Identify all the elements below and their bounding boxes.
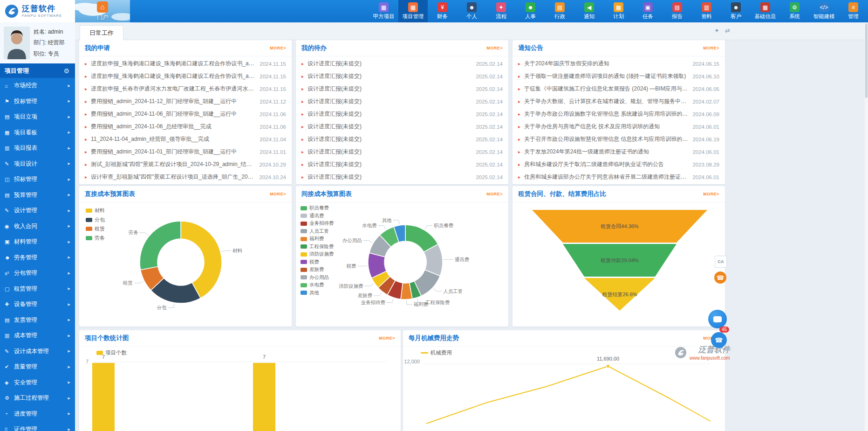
phone-icon[interactable]: ☎ <box>714 271 726 284</box>
nav-item-人事[interactable]: ☻人事 <box>516 0 545 22</box>
sidebar-item-质量管理[interactable]: ✔质量管理▶ <box>0 359 75 375</box>
list-item-link[interactable]: 设计审查_彭祖新城"四馆"景观工程设计项目_请选择_胡广生_2024-10-2.… <box>91 173 254 181</box>
legend-item-职员餐费[interactable]: 职员餐费 <box>301 205 334 211</box>
list-item-link[interactable]: 设计进度汇报(未提交) <box>308 148 471 156</box>
sidebar-item-项目设计[interactable]: ✎项目设计▶ <box>0 156 75 172</box>
bar[interactable] <box>92 363 115 431</box>
nav-item-财务[interactable]: ¥财务 <box>428 0 457 22</box>
contact-button[interactable]: ☎ <box>711 332 727 348</box>
sidebar-item-劳务管理[interactable]: ☻劳务管理▶ <box>0 250 75 266</box>
nav-item-基础信息[interactable]: ▦基础信息 <box>751 0 780 22</box>
more-button[interactable]: MORE> <box>486 46 503 50</box>
legend-item-劳务[interactable]: 劳务 <box>86 235 105 242</box>
vertical-scrollbar[interactable] <box>865 22 868 431</box>
list-item-link[interactable]: 关于举办大数据、云计算技术在城市建设、规划、管理与服务中的应用培训班... <box>524 97 688 105</box>
sidebar-item-进度管理[interactable]: ◔进度管理▶ <box>0 406 75 422</box>
legend-item-通讯费[interactable]: 通讯费 <box>301 213 334 219</box>
nav-item-任务[interactable]: ▣任务 <box>633 0 663 22</box>
nav-item-管理[interactable]: ≡管理 <box>839 0 868 22</box>
logo[interactable]: 泛普软件 FANPU SOFTWARE <box>0 0 75 22</box>
list-item-link[interactable]: 进度款申报_珠海鹤港口建设_珠海鹤港口建设工程合作协议书_admin_... <box>91 72 255 80</box>
scrollbar-thumb[interactable] <box>865 23 868 98</box>
list-item-link[interactable]: 设计进度汇报(未提交) <box>308 97 471 105</box>
list-item-link[interactable]: 设计进度汇报(未提交) <box>308 173 471 181</box>
nav-item-报告[interactable]: ▤报告 <box>663 0 692 22</box>
list-item-link[interactable]: 设计进度汇报(未提交) <box>308 160 471 168</box>
more-button[interactable]: MORE> <box>703 46 719 50</box>
list-item-link[interactable]: 设计进度汇报(未提交) <box>308 135 471 143</box>
donut-slice-劳务[interactable] <box>140 221 181 270</box>
sidebar-item-项目看板[interactable]: ▦项目看板▶ <box>0 125 75 141</box>
nav-item-计划[interactable]: ▦计划 <box>604 0 633 22</box>
nav-item-portal[interactable]: ⌂ 门户 <box>75 0 130 22</box>
sidebar-item-安全管理[interactable]: ◈安全管理▶ <box>0 375 75 391</box>
list-item-link[interactable]: 关于召开市政公用设施智慧化管理信息 信息技术与应用培训班的通知 <box>524 135 688 143</box>
list-item-link[interactable]: 房和城乡建设厅关于取消二级建造师临时执业证书的公告 <box>524 160 688 168</box>
more-button[interactable]: MORE> <box>270 46 286 50</box>
sidebar-item-投标管理[interactable]: ⚑投标管理▶ <box>0 94 75 110</box>
sidebar-item-收入合同[interactable]: ◉收入合同▶ <box>0 219 75 235</box>
list-item-link[interactable]: 设计进度汇报(未提交) <box>308 85 471 93</box>
legend-item-其他[interactable]: 其他 <box>301 290 334 296</box>
list-item-link[interactable]: 费用报销_admin_2024-11-06_部门经理审批_胡建__运行中 <box>91 110 255 118</box>
list-item-link[interactable]: 于征集《中国建筑施工行业信息化发展报告 (2024) —BIM应用与发展》材料.… <box>524 85 688 93</box>
list-item-link[interactable]: 设计进度汇报(未提交) <box>308 60 471 68</box>
sidebar-item-市场经营[interactable]: ⌂市场经营▶ <box>0 78 75 94</box>
sidebar-item-设计管理[interactable]: ✎设计管理▶ <box>0 203 75 219</box>
more-button[interactable]: MORE> <box>703 192 719 196</box>
nav-item-智能建模[interactable]: </>智能建模 <box>809 0 839 22</box>
legend-item-差旅费[interactable]: 差旅费 <box>301 266 334 273</box>
legend-item-分包[interactable]: 分包 <box>86 216 105 223</box>
list-item-link[interactable]: 关于2024年国庆节放假安排的通知 <box>524 60 688 68</box>
nav-item-资料[interactable]: ▥资料 <box>692 0 721 22</box>
list-item-link[interactable]: 测试_彭祖新城"四馆"景观工程设计项目_2024-10-29_admin_结束_… <box>91 160 254 168</box>
project-count-legend[interactable]: 项目个数 <box>96 349 127 356</box>
nav-item-客户[interactable]: ☻客户 <box>721 0 751 22</box>
more-button[interactable]: MORE> <box>270 192 286 196</box>
key-icon[interactable]: ✦ <box>714 27 719 34</box>
chat-button[interactable] <box>708 310 727 328</box>
ca-badge[interactable]: CA <box>715 256 727 268</box>
list-item-link[interactable]: 关于领取一级注册建造师培训项目的通知 (须持一建证书前来领取) <box>524 72 688 80</box>
list-item-link[interactable]: 设计进度汇报(未提交) <box>308 72 471 80</box>
nav-item-系统[interactable]: ⚙系统 <box>780 0 809 22</box>
sidebar-item-证件管理[interactable]: ▯证件管理▶ <box>0 422 75 431</box>
sidebar-item-设计成本管理[interactable]: ✎设计成本管理▶ <box>0 344 75 360</box>
nav-item-甲方项目[interactable]: ▦甲方项目 <box>369 0 398 22</box>
legend-item-工程保险费[interactable]: 工程保险费 <box>301 243 334 250</box>
list-item-link[interactable]: 关于举办市政公用设施数字化管理信息 系统建设与应用培训班的通知 <box>524 110 688 118</box>
sidebar-item-成本管理[interactable]: ▥成本管理▶ <box>0 328 75 344</box>
list-item-link[interactable]: 设计进度汇报(未提交) <box>308 123 471 131</box>
list-item-link[interactable]: 进度款申报_长春市伊通河水力发电厂改建工程_长春市伊通河水力发电... <box>91 85 255 93</box>
list-item-link[interactable]: 关于发放2024年第24批一级建造师注册证书的通知 <box>524 148 688 156</box>
nav-item-行政[interactable]: ▤行政 <box>545 0 574 22</box>
legend-item-水电费[interactable]: 水电费 <box>301 282 334 288</box>
sidebar-item-租赁管理[interactable]: ▢租赁管理▶ <box>0 281 75 297</box>
list-item-link[interactable]: 11_2024-11-04_admin_经营部_领导审批__完成 <box>91 135 255 143</box>
sidebar-item-预算管理[interactable]: ▤预算管理▶ <box>0 188 75 203</box>
legend-item-材料[interactable]: 材料 <box>86 207 105 214</box>
tab-daily-work[interactable]: 日常工作 <box>80 25 123 41</box>
gear-icon[interactable]: ⚙ <box>63 67 69 75</box>
legend-item-办公用品[interactable]: 办公用品 <box>301 274 334 281</box>
legend-item-人员工资[interactable]: 人员工资 <box>301 228 334 235</box>
list-item-link[interactable]: 费用报销_admin_2024-11-12_部门经理审批_胡建__运行中 <box>91 97 255 105</box>
machine-cost-legend[interactable]: 机械费用 <box>421 349 452 356</box>
nav-item-通知[interactable]: ◀通知 <box>574 0 604 22</box>
legend-item-业务招待费[interactable]: 业务招待费 <box>301 220 334 227</box>
data-point[interactable] <box>607 365 610 368</box>
nav-item-项目管理[interactable]: ▦项目管理 <box>398 0 428 22</box>
sidebar-item-设备管理[interactable]: ✚设备管理▶ <box>0 297 75 313</box>
sidebar-item-项目报表[interactable]: ▥项目报表▶ <box>0 140 75 156</box>
list-item-link[interactable]: 关于举办住房与房地产信息化 技术及应用培训班的通知 <box>524 123 688 131</box>
sidebar-item-施工过程管理[interactable]: ⚙施工过程管理▶ <box>0 390 75 406</box>
list-item-link[interactable]: 设计进度汇报(未提交) <box>308 110 471 118</box>
nav-item-流程[interactable]: ✦流程 <box>486 0 516 22</box>
sidebar-item-招标管理[interactable]: ◫招标管理▶ <box>0 172 75 188</box>
legend-item-税费[interactable]: 税费 <box>301 259 334 265</box>
more-button[interactable]: MORE> <box>379 336 395 341</box>
more-button[interactable]: MORE> <box>486 192 503 196</box>
sidebar-item-项目立项[interactable]: ▤项目立项▶ <box>0 109 75 125</box>
legend-item-消防设施费[interactable]: 消防设施费 <box>301 251 334 257</box>
list-item-link[interactable]: 进度款申报_珠海鹤港口建设_珠海鹤港口建设工程合作协议书_admin_... <box>91 60 255 68</box>
